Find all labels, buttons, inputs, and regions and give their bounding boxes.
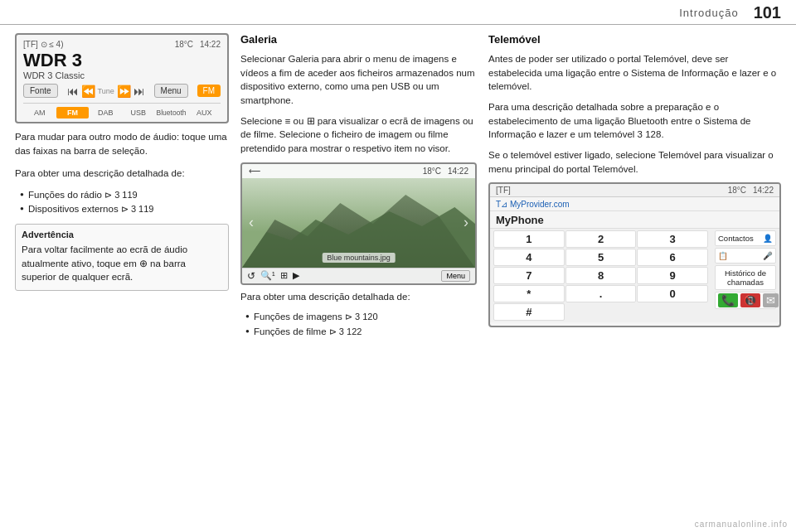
gallery-refresh-icon[interactable]: ↺ xyxy=(247,270,255,282)
radio-controls: Fonte ⏮ ⏪ Tune ⏩ ⏭ Menu FM xyxy=(23,84,221,98)
key-star[interactable]: * xyxy=(493,285,565,302)
radio-topbar: [TF] ⊙ ≤ 4) 18°C 14:22 xyxy=(23,40,221,49)
col-right: Telemóvel Antes de poder ser utilizado o… xyxy=(488,33,781,529)
key-hash[interactable]: # xyxy=(493,303,565,321)
phone-temp: 18°C xyxy=(728,186,746,195)
key-0[interactable]: 0 xyxy=(637,285,708,302)
radio-screen: [TF] ⊙ ≤ 4) 18°C 14:22 WDR 3 WDR 3 Class… xyxy=(15,33,229,123)
radio-fonte-btn[interactable]: Fonte xyxy=(23,84,58,98)
key-4[interactable]: 4 xyxy=(493,249,565,266)
col-left: [TF] ⊙ ≤ 4) 18°C 14:22 WDR 3 WDR 3 Class… xyxy=(15,33,229,529)
gallery-ratio-icon[interactable]: ⊞ xyxy=(280,270,288,281)
phone-section-title: Telemóvel xyxy=(488,33,781,46)
radio-station-sub: WDR 3 Classic xyxy=(23,70,221,80)
source-am[interactable]: AM xyxy=(23,107,56,118)
gallery-back-icon: ⟵ xyxy=(249,167,260,176)
gallery-play-icon[interactable]: ▶ xyxy=(293,270,299,281)
tune-label: Tune xyxy=(98,87,114,95)
right-para2: Para uma descrição detalhada sobre a pre… xyxy=(488,100,781,142)
radio-temp: 18°C xyxy=(175,40,193,49)
call-history-btn[interactable]: Histórico de chamadas xyxy=(715,265,776,290)
col-center: Galeria Selecionar Galeria para abrir o … xyxy=(240,33,477,529)
key-7[interactable]: 7 xyxy=(493,267,565,284)
main-content: [TF] ⊙ ≤ 4) 18°C 14:22 WDR 3 WDR 3 Class… xyxy=(0,25,796,529)
right-para3: Se o telemóvel estiver ligado, selecione… xyxy=(488,148,781,176)
prev-icon: ⏮ xyxy=(67,85,79,98)
gallery-temp: 18°C xyxy=(423,167,441,176)
source-usb[interactable]: USB xyxy=(122,107,155,118)
bullet-film: Funções de filme ⊳ 3 122 xyxy=(245,325,477,339)
center-para2: Selecione ≡ ou ⊞ para visualizar o ecrã … xyxy=(240,114,477,156)
gallery-next-arrow[interactable]: › xyxy=(464,214,468,231)
key-5[interactable]: 5 xyxy=(565,249,637,266)
left-para2: Para obter uma descrição detalhada de: xyxy=(15,167,229,181)
radio-fm-badge: FM xyxy=(197,85,221,97)
phone-grid: 1 2 3 4 5 6 7 8 9 * . 0 # xyxy=(490,229,779,322)
gallery-zoom-icon[interactable]: 🔍¹ xyxy=(260,270,275,281)
radio-menu-btn[interactable]: Menu xyxy=(154,84,188,98)
key-2[interactable]: 2 xyxy=(565,230,637,248)
phone-name: MyPhone xyxy=(490,211,779,229)
right-para1: Antes de poder ser utilizado o portal Te… xyxy=(488,52,781,94)
bullet-radio-ref: ⊳ 3 119 xyxy=(104,190,138,200)
key-1[interactable]: 1 xyxy=(493,230,565,248)
warning-text: Para voltar facilmente ao ecrã de áudio … xyxy=(22,243,222,284)
gallery-menu-btn[interactable]: Menu xyxy=(441,270,470,282)
phone-screen: [TF] 18°C 14:22 T⊿ MyProvider.com MyPhon… xyxy=(488,182,781,327)
next-track-icon: ⏩ xyxy=(117,85,131,98)
watermark: carmanualonline.info xyxy=(695,520,788,529)
phone-topbar-left: [TF] xyxy=(496,186,511,195)
warning-box: Advertência Para voltar facilmente ao ec… xyxy=(15,224,229,291)
left-bullets: Funções do rádio ⊳ 3 119 Dispositivos ex… xyxy=(15,188,229,217)
radio-nav: ⏮ ⏪ Tune ⏩ ⏭ xyxy=(67,85,145,98)
phone-actions: Contactos 👤 📋 🎤 Histórico de chamadas 📞 … xyxy=(711,229,779,322)
gallery-topbar: ⟵ 18°C 14:22 xyxy=(242,164,475,178)
gallery-time: 14:22 xyxy=(448,167,468,176)
gallery-bottombar: ↺ 🔍¹ ⊞ ▶ Menu xyxy=(242,268,475,283)
gallery-prev-arrow[interactable]: ‹ xyxy=(249,214,254,231)
warning-title: Advertência xyxy=(22,229,222,241)
chapter-title: Introdução xyxy=(679,7,738,19)
end-call-icon[interactable]: 📵 xyxy=(740,293,760,307)
radio-time: 14:22 xyxy=(200,40,221,49)
radio-station-name: WDR 3 xyxy=(23,51,221,70)
bullet-radio: Funções do rádio ⊳ 3 119 xyxy=(20,188,229,202)
phone-provider-bar: T⊿ MyProvider.com xyxy=(490,197,779,211)
gallery-section-title: Galeria xyxy=(240,33,477,46)
phone-topbar: [TF] 18°C 14:22 xyxy=(490,184,779,197)
contacts-icon: 👤 xyxy=(763,234,773,243)
left-para1: Para mudar para outro modo de áudio: toq… xyxy=(15,130,229,157)
key-8[interactable]: 8 xyxy=(565,267,637,284)
note-btn[interactable]: 📋 🎤 xyxy=(715,248,776,264)
bullet-external: Dispositivos externos ⊳ 3 119 xyxy=(20,202,229,216)
gallery-screen: ⟵ 18°C 14:22 xyxy=(240,162,477,285)
mic-icon: 🎤 xyxy=(763,251,773,260)
phone-time: 14:22 xyxy=(753,186,774,195)
phone-dialpad: 1 2 3 4 5 6 7 8 9 * . 0 # xyxy=(490,229,711,322)
prev-track-icon: ⏪ xyxy=(81,85,95,98)
center-para3: Para obter uma descrição detalhada de: xyxy=(240,290,477,304)
center-bullets: Funções de imagens ⊳ 3 120 Funções de fi… xyxy=(240,310,477,339)
key-9[interactable]: 9 xyxy=(637,267,708,284)
gallery-image: ‹ › Blue mountains.jpg xyxy=(242,178,475,268)
contacts-label: Contactos xyxy=(718,234,754,243)
source-bluetooth[interactable]: Bluetooth xyxy=(155,107,188,118)
source-fm[interactable]: FM xyxy=(56,107,90,118)
phone-icon[interactable]: 📞 xyxy=(718,293,738,307)
key-dot[interactable]: . xyxy=(565,285,637,302)
key-6[interactable]: 6 xyxy=(637,249,708,266)
source-dab[interactable]: DAB xyxy=(89,107,122,118)
bullet-images: Funções de imagens ⊳ 3 120 xyxy=(245,310,477,324)
note-icon: 📋 xyxy=(718,251,728,260)
key-3[interactable]: 3 xyxy=(637,230,708,248)
phone-provider: T⊿ MyProvider.com xyxy=(496,200,774,209)
contacts-btn[interactable]: Contactos 👤 xyxy=(715,230,776,246)
bullet-film-ref: ⊳ 3 122 xyxy=(329,326,362,336)
center-para1: Selecionar Galeria para abrir o menu de … xyxy=(240,52,477,108)
call-end-row: 📞 📵 ✉ xyxy=(715,292,776,309)
page-number: 101 xyxy=(754,3,781,22)
source-aux[interactable]: AUX xyxy=(187,107,221,118)
radio-topbar-left: [TF] ⊙ ≤ 4) xyxy=(23,40,64,49)
next-icon: ⏭ xyxy=(133,85,145,98)
message-icon[interactable]: ✉ xyxy=(763,293,779,307)
